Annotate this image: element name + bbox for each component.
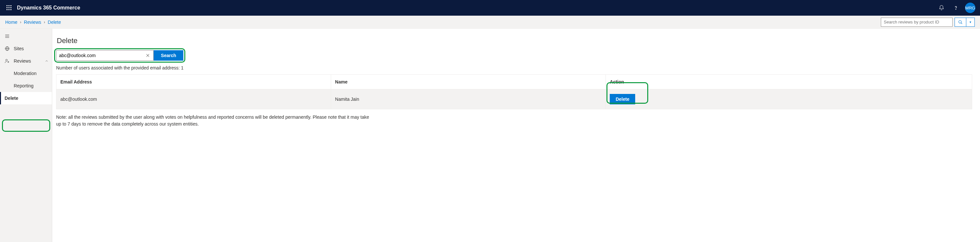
main-content: Delete Search Number of users associated… (52, 29, 980, 242)
global-search-button[interactable] (955, 18, 966, 27)
svg-point-18 (6, 59, 7, 61)
column-header-action: Action (606, 75, 972, 89)
email-input-wrap (56, 50, 154, 61)
search-button[interactable]: Search (154, 50, 183, 61)
email-search: Search (56, 50, 183, 61)
globe-icon (5, 46, 14, 51)
svg-rect-1 (8, 5, 10, 6)
help-icon[interactable] (949, 0, 963, 16)
breadcrumb-delete[interactable]: Delete (48, 19, 60, 25)
note-text: Note: all the reviews submitted by the u… (56, 114, 369, 127)
sidebar-item-label: Reviews (14, 58, 31, 64)
top-nav: Dynamics 365 Commerce MRG (0, 0, 980, 16)
svg-rect-8 (10, 9, 11, 10)
sidebar-item-delete[interactable]: Delete (0, 92, 52, 104)
notifications-icon[interactable] (934, 0, 949, 16)
sidebar-item-sites[interactable]: Sites (0, 42, 52, 55)
sidebar-toggle[interactable] (0, 30, 52, 42)
cell-action: Delete (606, 89, 972, 109)
cell-name: Namita Jain (331, 89, 606, 109)
person-star-icon (5, 58, 14, 64)
breadcrumb-reviews[interactable]: Reviews (24, 19, 41, 25)
column-header-email: Email Address (56, 75, 331, 89)
svg-point-10 (959, 20, 961, 23)
sidebar: Sites Reviews Moderation Reporting Delet… (0, 29, 52, 242)
svg-rect-4 (8, 7, 10, 8)
chevron-right-icon: › (20, 20, 21, 24)
chevron-up-icon (45, 59, 49, 63)
page-title: Delete (57, 37, 972, 45)
sidebar-item-moderation[interactable]: Moderation (0, 67, 52, 80)
subheader: Home › Reviews › Delete ▾ (0, 16, 980, 29)
column-header-name: Name (331, 75, 606, 89)
avatar[interactable]: MRG (965, 3, 975, 13)
svg-rect-6 (6, 9, 8, 10)
sidebar-item-label: Reporting (14, 83, 33, 88)
global-search: ▾ (881, 18, 975, 27)
sidebar-item-label: Sites (14, 46, 24, 51)
svg-rect-3 (6, 7, 8, 8)
svg-rect-2 (10, 5, 11, 6)
breadcrumb-home[interactable]: Home (5, 19, 17, 25)
app-title: Dynamics 365 Commerce (17, 5, 80, 11)
sidebar-item-label: Delete (5, 96, 18, 101)
table-row: abc@outlook.com Namita Jain Delete (56, 89, 972, 109)
sidebar-item-reviews[interactable]: Reviews (0, 55, 52, 67)
app-launcher-icon[interactable] (3, 0, 16, 16)
delete-button[interactable]: Delete (610, 94, 635, 104)
highlight-annotation (2, 119, 50, 132)
hamburger-icon (5, 33, 14, 39)
chevron-right-icon: › (44, 20, 45, 24)
breadcrumb: Home › Reviews › Delete (5, 19, 61, 25)
sidebar-item-label: Moderation (14, 71, 37, 76)
clear-icon[interactable] (144, 53, 151, 58)
svg-rect-7 (8, 9, 10, 10)
svg-rect-0 (6, 5, 8, 6)
global-search-dropdown[interactable]: ▾ (966, 18, 975, 27)
global-search-input[interactable] (881, 18, 953, 27)
cell-email: abc@outlook.com (56, 89, 331, 109)
results-table: Email Address Name Action abc@outlook.co… (56, 74, 972, 109)
result-count: Number of users associated with the prov… (56, 65, 972, 70)
svg-line-11 (961, 22, 963, 24)
svg-rect-5 (10, 7, 11, 8)
email-input[interactable] (59, 53, 144, 58)
sidebar-item-reporting[interactable]: Reporting (0, 80, 52, 92)
svg-point-9 (956, 9, 956, 10)
